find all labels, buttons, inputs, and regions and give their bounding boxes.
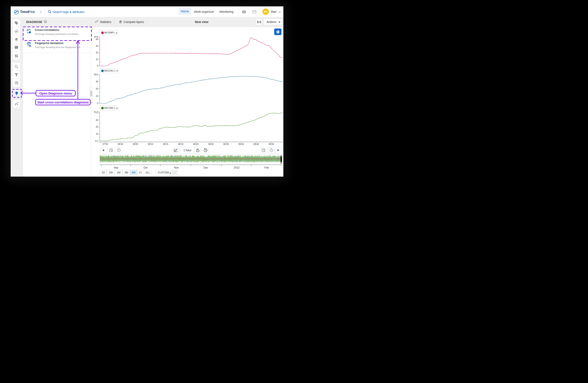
svg-text:08:50: 08:50 — [269, 143, 274, 145]
svg-text:Feb: Feb — [264, 166, 269, 169]
svg-text:08:35: 08:35 — [223, 143, 229, 145]
svg-text:20: 20 — [96, 87, 98, 90]
svg-text:10: 10 — [96, 133, 98, 135]
svg-text:30: 30 — [96, 119, 98, 121]
svg-text:Nov: Nov — [174, 166, 179, 169]
svg-text:0: 0 — [97, 65, 98, 67]
svg-text:20: 20 — [96, 126, 98, 128]
svg-text:08:15: 08:15 — [163, 143, 168, 145]
svg-text:40: 40 — [96, 38, 98, 40]
svg-text:10: 10 — [96, 58, 98, 61]
svg-text:08:40: 08:40 — [238, 143, 244, 145]
svg-text:08:45: 08:45 — [253, 143, 259, 145]
svg-text:08:25: 08:25 — [193, 143, 198, 145]
svg-text:30: 30 — [96, 80, 98, 83]
svg-text:07:55: 07:55 — [103, 143, 108, 145]
svg-text:20: 20 — [96, 51, 98, 54]
svg-text:39.6: 39.6 — [94, 73, 98, 76]
svg-text:10: 10 — [96, 95, 98, 97]
svg-text:Oct: Oct — [143, 166, 148, 169]
svg-text:0.1: 0.1 — [95, 140, 98, 142]
svg-text:08:05: 08:05 — [133, 143, 138, 145]
svg-text:0: 0 — [97, 102, 98, 104]
svg-text:Dec: Dec — [204, 166, 208, 169]
svg-text:08:10: 08:10 — [148, 143, 153, 145]
svg-text:2022: 2022 — [234, 166, 239, 169]
svg-text:08:30: 08:30 — [208, 143, 213, 145]
svg-text:40: 40 — [96, 112, 98, 114]
svg-text:08:20: 08:20 — [178, 143, 183, 145]
svg-text:Sep: Sep — [114, 166, 118, 169]
svg-text:30: 30 — [96, 45, 98, 47]
svg-text:08:00: 08:00 — [118, 143, 123, 145]
